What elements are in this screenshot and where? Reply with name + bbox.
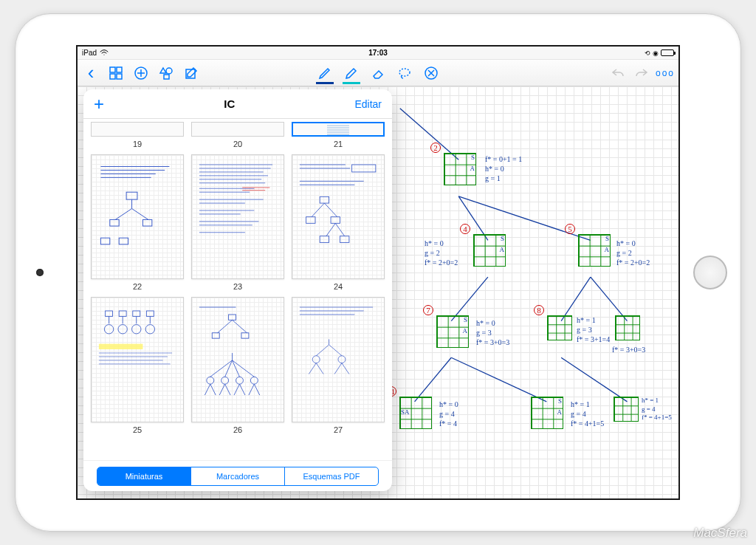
more-button[interactable]: ooo	[658, 66, 673, 80]
node-4-formula: h* = 0 g = 2 f* = 2+0=2	[425, 239, 458, 267]
svg-rect-0	[110, 67, 115, 72]
svg-point-36	[132, 325, 141, 334]
svg-rect-2	[110, 74, 115, 79]
node-7-formula: h* = 0 g = 3 f* = 3+0=3	[476, 318, 509, 347]
segment-outlines[interactable]: Esquemas PDF	[285, 467, 378, 485]
svg-rect-28	[320, 236, 329, 243]
node-8-formula: h* = 1 g = 3 f* = 3+1=4	[577, 315, 610, 344]
node-12-formula: h* = 1 g = 4 f* = 4+1=5	[571, 400, 604, 428]
page-thumbnail-20[interactable]	[191, 122, 284, 137]
page-thumbnail-24[interactable]	[292, 154, 385, 279]
svg-rect-29	[340, 236, 348, 243]
page-thumbnail-27[interactable]	[292, 297, 385, 422]
clear-tool-icon[interactable]	[424, 66, 439, 80]
svg-rect-24	[352, 165, 376, 172]
page-thumbnail-26[interactable]	[191, 297, 284, 422]
svg-rect-27	[331, 217, 340, 224]
svg-line-10	[400, 109, 458, 160]
node-11-formula: h* = 0 g = 4 f* = 4	[439, 400, 458, 428]
svg-rect-26	[306, 217, 315, 224]
undo-button[interactable]	[611, 66, 625, 80]
ipad-frame: iPad 17:03 ⟲ ◉ ‹	[15, 13, 741, 532]
page-number: 27	[334, 425, 343, 434]
status-bar: iPad 17:03 ⟲ ◉	[78, 47, 678, 60]
svg-point-44	[236, 377, 244, 385]
svg-point-47	[338, 356, 346, 363]
svg-rect-21	[142, 219, 151, 226]
svg-rect-33	[146, 311, 154, 316]
tree-node-4: 4 S A	[473, 234, 506, 267]
node-2-formula: f* = 0+1 = 1 h* = 0 g = 1	[485, 154, 522, 183]
segment-thumbnails[interactable]: Miniaturas	[97, 467, 191, 485]
add-page-icon[interactable]	[134, 66, 148, 80]
svg-rect-6	[164, 75, 169, 79]
svg-rect-3	[117, 74, 122, 79]
grid-icon[interactable]	[109, 66, 123, 80]
add-page-button[interactable]: +	[94, 94, 104, 114]
clock: 17:03	[279, 49, 476, 57]
tree-node-11: 11 SA	[399, 397, 432, 429]
svg-rect-1	[117, 67, 122, 72]
svg-rect-32	[133, 311, 140, 316]
home-button[interactable]	[693, 256, 727, 289]
svg-rect-41	[241, 333, 249, 338]
svg-line-14	[561, 277, 591, 321]
node-5-formula: h* = 0 g = 2 f* = 2+0=2	[616, 239, 650, 267]
page-thumbnail-19[interactable]	[91, 122, 184, 137]
edit-button[interactable]: Editar	[354, 98, 382, 110]
highlighter-tool-icon[interactable]	[344, 66, 359, 80]
svg-point-35	[118, 325, 127, 334]
shapes-icon[interactable]	[159, 66, 173, 80]
page-thumbnail-21-selected[interactable]	[292, 122, 385, 137]
alarm-icon: ◉	[653, 49, 659, 57]
svg-rect-40	[212, 333, 219, 338]
thumbnails-popover: + IC Editar 19 20	[83, 89, 392, 491]
svg-point-34	[104, 325, 113, 334]
app-toolbar: ‹	[78, 60, 678, 86]
redo-button[interactable]	[634, 66, 649, 80]
camera	[36, 269, 44, 276]
watermark: MacSfera	[693, 526, 747, 541]
wifi-icon	[100, 49, 109, 58]
node-13-formula: h* = 1 g = 4 f* = 4+1=5	[642, 397, 672, 422]
page-thumbnail-23[interactable]	[191, 154, 284, 279]
svg-rect-25	[320, 196, 329, 203]
svg-point-43	[221, 377, 229, 385]
device-label: iPad	[82, 49, 97, 57]
svg-line-15	[591, 277, 628, 321]
pen-tool-icon[interactable]	[317, 66, 332, 80]
svg-rect-30	[106, 311, 113, 316]
popover-header: + IC Editar	[83, 89, 392, 119]
tree-node-13	[614, 397, 639, 422]
page-number: 24	[334, 282, 343, 291]
svg-rect-39	[229, 315, 236, 320]
page-number: 20	[233, 140, 242, 148]
svg-rect-22	[100, 238, 109, 244]
thumbnail-grid[interactable]: 19 20 21	[83, 119, 392, 460]
svg-point-8	[399, 69, 410, 76]
back-button[interactable]: ‹	[83, 66, 98, 80]
view-mode-segmented: Miniaturas Marcadores Esquemas PDF	[83, 460, 392, 491]
page-thumbnail-25[interactable]	[91, 297, 184, 422]
page-thumbnail-22[interactable]	[91, 154, 184, 279]
eraser-tool-icon[interactable]	[371, 66, 385, 80]
tree-node-5: 5 S A	[578, 234, 611, 267]
svg-line-18	[561, 357, 627, 402]
tree-node-12: S A	[531, 397, 563, 429]
svg-point-42	[207, 377, 214, 385]
page-number: 21	[334, 140, 343, 148]
svg-point-46	[312, 356, 320, 363]
screen: iPad 17:03 ⟲ ◉ ‹	[76, 45, 680, 500]
svg-rect-31	[119, 311, 126, 316]
compose-icon[interactable]	[184, 66, 199, 80]
canvas-area[interactable]: 2 S A f* = 0+1 = 1 h* = 0 g = 1 4 S A h*…	[78, 86, 678, 498]
svg-rect-20	[110, 219, 119, 226]
segment-bookmarks[interactable]: Marcadores	[191, 467, 285, 485]
page-number: 19	[133, 140, 142, 148]
page-number: 25	[133, 425, 142, 434]
svg-rect-23	[119, 238, 128, 244]
svg-line-13	[451, 277, 488, 321]
lasso-tool-icon[interactable]	[397, 66, 412, 80]
orientation-lock-icon: ⟲	[645, 49, 650, 57]
svg-point-45	[250, 377, 258, 385]
